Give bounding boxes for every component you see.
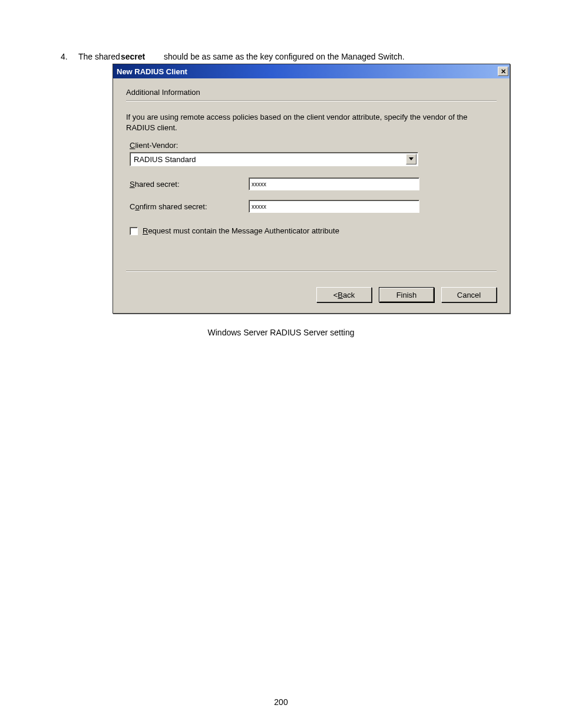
client-vendor-value: RADIUS Standard bbox=[134, 155, 196, 164]
dropdown-button[interactable] bbox=[406, 154, 416, 164]
confirm-secret-input[interactable] bbox=[249, 200, 419, 213]
client-vendor-label: Client-Vendor: bbox=[130, 141, 497, 150]
shared-secret-input[interactable] bbox=[249, 177, 419, 190]
chevron-down-icon bbox=[409, 157, 414, 161]
instruction-prefix: The shared bbox=[78, 52, 120, 61]
divider bbox=[126, 100, 497, 101]
figure-caption: Windows Server RADIUS Server setting bbox=[0, 328, 562, 337]
shared-secret-label: Shared secret: bbox=[130, 180, 249, 189]
dialog-title: New RADIUS Client bbox=[117, 67, 187, 76]
page-number: 200 bbox=[0, 697, 562, 707]
section-heading: Additional Information bbox=[126, 88, 497, 97]
finish-button[interactable]: Finish bbox=[379, 287, 434, 302]
cancel-button[interactable]: Cancel bbox=[441, 287, 497, 302]
button-row: < Back Finish Cancel bbox=[113, 278, 510, 313]
instruction-suffix: should be as same as the key configured … bbox=[164, 52, 405, 61]
divider-bottom bbox=[126, 271, 497, 272]
confirm-secret-label: Confirm shared secret: bbox=[130, 202, 249, 211]
titlebar: New RADIUS Client ✕ bbox=[113, 64, 510, 78]
message-authenticator-checkbox[interactable] bbox=[130, 227, 138, 235]
list-number: 4. bbox=[61, 52, 68, 61]
close-button[interactable]: ✕ bbox=[498, 67, 508, 76]
instruction-line: 4. The shared secret should be as same a… bbox=[61, 52, 68, 61]
instruction-secret: secret bbox=[121, 52, 145, 61]
description-text: If you are using remote access policies … bbox=[126, 112, 497, 133]
client-vendor-select[interactable]: RADIUS Standard bbox=[130, 152, 418, 166]
dialog-new-radius-client: New RADIUS Client ✕ Additional Informati… bbox=[113, 64, 510, 314]
back-button[interactable]: < Back bbox=[316, 287, 372, 302]
close-icon: ✕ bbox=[501, 68, 506, 75]
message-authenticator-label: Request must contain the Message Authent… bbox=[143, 226, 339, 235]
